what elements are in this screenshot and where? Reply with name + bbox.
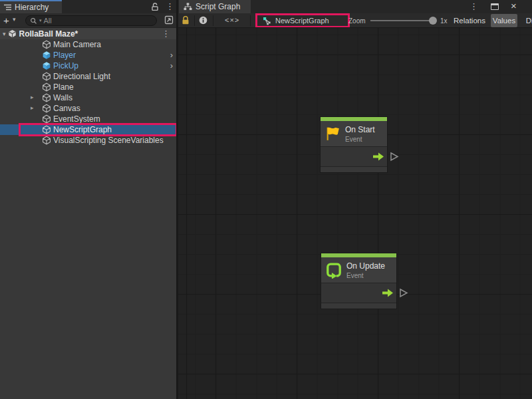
node-footer [321, 303, 396, 309]
node-port-row [321, 283, 396, 303]
zoom-slider-knob[interactable] [429, 17, 437, 25]
relations-button[interactable]: Relations [450, 14, 489, 27]
on-start-node[interactable]: On Start Event [320, 116, 388, 173]
graph-canvas[interactable]: On Start Event On Updat [178, 28, 532, 399]
values-button[interactable]: Values [491, 14, 517, 27]
hierarchy-item-list: Main Camera Player › PickUp › Directiona… [0, 39, 176, 146]
scene-name: RollaBall Maze* [19, 29, 78, 39]
variables-toggle[interactable]: <×> [225, 16, 239, 24]
hierarchy-item-visualscripting-scenevariables[interactable]: VisualScripting SceneVariables [0, 135, 176, 146]
trigger-output-arrow-icon[interactable] [373, 152, 384, 162]
breadcrumb-graph-name: NewScriptGraph [275, 17, 329, 25]
unlock-icon[interactable] [152, 3, 159, 11]
lock-icon[interactable] [182, 16, 190, 25]
zoom-label: Zoom [348, 17, 366, 25]
dim-button[interactable]: Dim [519, 14, 532, 27]
hierarchy-search-input[interactable]: ▾ All [25, 15, 157, 26]
node-title: On Update [346, 261, 385, 271]
hierarchy-menu-kebab-icon[interactable]: ⋮ [166, 2, 174, 11]
hierarchy-item-newscriptgraph[interactable]: NewScriptGraph [0, 124, 176, 135]
search-filter-caret-icon[interactable]: ▾ [39, 18, 42, 23]
hierarchy-item-eventsystem[interactable]: EventSystem [0, 114, 176, 124]
node-title: On Start [345, 125, 375, 134]
foldout-collapsed-icon[interactable]: ▸ [31, 104, 34, 111]
script-graph-tab-label: Script Graph [196, 2, 240, 11]
search-picker-icon[interactable] [164, 15, 174, 25]
hierarchy-item-canvas[interactable]: ▸ Canvas [0, 103, 176, 114]
graph-tab-bar: Script Graph ⋮ × [178, 0, 532, 13]
info-icon[interactable] [199, 16, 207, 25]
on-update-node[interactable]: On Update Event [321, 253, 397, 309]
graph-breadcrumb[interactable]: NewScriptGraph [255, 13, 350, 28]
node-footer [321, 166, 387, 172]
prefab-chevron-icon[interactable]: › [170, 61, 173, 70]
hierarchy-item-walls[interactable]: ▸ Walls [0, 92, 176, 103]
flag-icon [325, 125, 341, 142]
hierarchy-item-directional-light[interactable]: Directional Light [0, 71, 176, 82]
node-header: On Start Event [321, 121, 387, 146]
hierarchy-item-main-camera[interactable]: Main Camera [0, 39, 176, 50]
unity-scene-icon [8, 29, 17, 38]
scene-foldout-icon[interactable]: ▾ [3, 31, 6, 37]
search-icon [30, 17, 37, 25]
hierarchy-item-player[interactable]: Player › [0, 50, 176, 61]
output-port-triangle-icon[interactable] [390, 152, 399, 162]
search-placeholder: All [44, 17, 52, 25]
trigger-output-arrow-icon[interactable] [382, 288, 394, 298]
hierarchy-toolbar: + ▾ ▾ All [0, 13, 176, 28]
graph-tree-icon [184, 3, 192, 11]
create-dropdown-caret-icon[interactable]: ▾ [13, 16, 16, 23]
node-port-row [321, 146, 387, 166]
hierarchy-panel: Hierarchy ⋮ + ▾ ▾ All ▾ RollaBall Maze* … [0, 0, 176, 399]
node-subtitle: Event [346, 272, 385, 279]
node-header: On Update Event [321, 257, 396, 283]
node-subtitle: Event [345, 136, 375, 143]
hierarchy-tab-label: Hierarchy [15, 3, 49, 12]
hierarchy-list-icon [4, 4, 11, 11]
tab-hierarchy[interactable]: Hierarchy [0, 0, 62, 13]
tab-script-graph[interactable]: Script Graph [179, 0, 251, 13]
script-graph-panel: Script Graph ⋮ × <×> NewScriptGraph Zoom… [178, 0, 532, 399]
maximize-icon[interactable] [491, 3, 499, 10]
graph-toolbar: <×> NewScriptGraph Zoom 1x Relations Val… [178, 13, 532, 28]
prefab-chevron-icon[interactable]: › [170, 50, 173, 60]
output-port-triangle-icon[interactable] [399, 288, 408, 298]
zoom-slider-track[interactable] [370, 20, 434, 21]
scene-header-row[interactable]: ▾ RollaBall Maze* ⋮ [0, 28, 176, 39]
hierarchy-tab-bar: Hierarchy ⋮ [0, 0, 176, 13]
hierarchy-item-plane[interactable]: Plane [0, 82, 176, 92]
script-graph-asset-icon [263, 17, 271, 25]
window-menu-kebab-icon[interactable]: ⋮ [469, 2, 478, 11]
foldout-collapsed-icon[interactable]: ▸ [31, 94, 34, 100]
zoom-value: 1x [440, 17, 448, 25]
close-icon[interactable]: × [511, 0, 517, 11]
loop-icon [325, 261, 342, 279]
hierarchy-item-pickup[interactable]: PickUp › [0, 61, 176, 71]
create-object-button[interactable]: + [3, 15, 9, 26]
scene-menu-kebab-icon[interactable]: ⋮ [162, 29, 170, 38]
gameobject-cube-icon [42, 136, 51, 148]
